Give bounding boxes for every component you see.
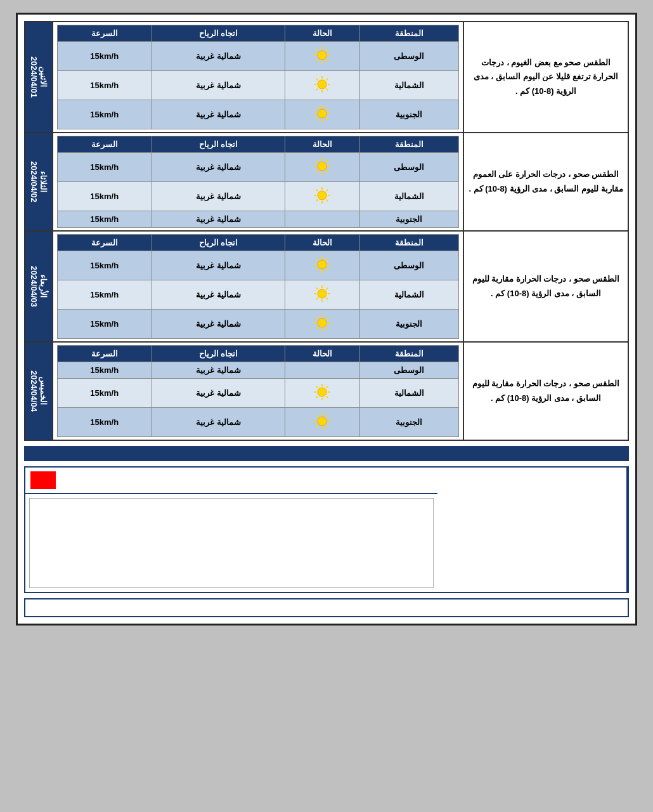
region-row-0-1: الشمالية شمالية غربية15km/h [58, 71, 459, 100]
svg-line-62 [326, 288, 328, 290]
day-description-1: الطقس صحو ، درجات الحرارة على العموم مقا… [463, 133, 628, 231]
region-cell: الشمالية [359, 379, 458, 408]
svg-line-38 [326, 199, 328, 201]
svg-line-4 [316, 59, 318, 61]
sub-table-cell-1: المنطقةالحالةاتجاه الرياحالسرعةالوسطى شم… [53, 133, 463, 231]
svg-line-51 [316, 259, 318, 261]
region-cell: الجنوبية [359, 211, 458, 228]
svg-line-83 [326, 425, 328, 427]
svg-point-0 [318, 51, 326, 60]
svg-line-29 [326, 170, 328, 172]
region-row-3-0: الوسطىشمالية غربية15km/h [58, 362, 459, 379]
footer-right-panel [25, 468, 437, 592]
condition-cell [285, 182, 360, 211]
condition-cell [285, 153, 360, 182]
svg-line-85 [316, 425, 318, 427]
svg-line-58 [316, 298, 318, 299]
svg-line-44 [326, 190, 328, 192]
region-cell: الشمالية [359, 71, 458, 100]
speed-cell: 15km/h [58, 153, 152, 182]
red-box [30, 471, 56, 489]
col-header-0: المنطقة [359, 346, 458, 362]
col-header-2: اتجاه الرياح [152, 235, 285, 251]
condition-cell [285, 280, 360, 310]
svg-line-80 [326, 386, 328, 388]
wind-dir-cell: شمالية غربية [152, 211, 285, 228]
date-cell-1: الثلاثاء2024/04/02 [25, 133, 53, 231]
svg-line-8 [326, 49, 328, 51]
speed-cell: 15km/h [58, 362, 152, 379]
wind-dir-cell: شمالية غربية [152, 182, 285, 211]
condition-cell [285, 71, 360, 100]
svg-point-45 [318, 260, 326, 269]
region-row-2-0: الوسطى شمالية غربية15km/h [58, 251, 459, 280]
wind-dir-cell: شمالية غربية [152, 100, 285, 129]
wind-dir-cell: شمالية غربية [152, 153, 285, 182]
footer-right-bottom [29, 498, 434, 588]
region-cell: الوسطى [359, 362, 458, 379]
wind-dir-cell: شمالية غربية [152, 71, 285, 100]
condition-cell [285, 362, 360, 379]
speed-cell: 15km/h [58, 408, 152, 437]
date-cell-0: الاثنين2024/04/01 [25, 22, 53, 133]
col-header-1: الحالة [285, 25, 360, 42]
speed-cell: 15km/h [58, 100, 152, 129]
day-row-0: الطقس صحو مع بعض الغيوم ، درجات الحرارة … [25, 22, 628, 133]
svg-line-31 [316, 170, 318, 172]
wind-dir-cell: شمالية غربية [152, 42, 285, 71]
svg-line-89 [326, 416, 328, 417]
col-header-1: الحالة [285, 136, 360, 153]
svg-line-35 [326, 160, 328, 162]
svg-line-49 [316, 268, 318, 270]
svg-point-54 [318, 289, 326, 298]
sub-table-cell-2: المنطقةالحالةاتجاه الرياحالسرعةالوسطى شم… [53, 231, 463, 342]
col-header-1: الحالة [285, 346, 360, 362]
col-header-3: السرعة [58, 136, 152, 153]
footer-bottom-bar [24, 598, 629, 617]
day-description-0: الطقس صحو مع بعض الغيوم ، درجات الحرارة … [463, 22, 628, 133]
col-header-3: السرعة [58, 25, 152, 42]
svg-point-81 [318, 417, 326, 426]
region-row-1-1: الشمالية شمالية غربية15km/h [58, 182, 459, 211]
region-cell: الوسطى [359, 251, 458, 280]
speed-cell: 15km/h [58, 42, 152, 71]
condition-cell [285, 211, 360, 228]
col-header-0: المنطقة [359, 136, 458, 153]
region-cell: الشمالية [359, 280, 458, 310]
region-row-0-0: الوسطى شمالية غربية15km/h [58, 42, 459, 71]
region-cell: الجنوبية [359, 310, 458, 339]
svg-line-15 [316, 79, 318, 81]
col-header-2: اتجاه الرياح [152, 25, 285, 42]
speed-cell: 15km/h [58, 310, 152, 339]
svg-line-78 [316, 386, 318, 388]
svg-line-20 [326, 117, 328, 119]
svg-point-36 [318, 191, 326, 200]
svg-line-42 [316, 190, 318, 192]
svg-line-2 [326, 59, 328, 61]
region-row-0-2: الجنوبية شمالية غربية15km/h [58, 100, 459, 129]
region-row-3-1: الشمالية شمالية غربية15km/h [58, 379, 459, 408]
speed-cell: 15km/h [58, 280, 152, 310]
region-cell: الوسطى [359, 42, 458, 71]
svg-point-27 [318, 162, 326, 171]
wind-dir-cell: شمالية غربية [152, 310, 285, 339]
weather-table: الطقس صحو مع بعض الغيوم ، درجات الحرارة … [24, 21, 629, 441]
svg-line-56 [326, 298, 328, 299]
condition-cell [285, 310, 360, 339]
region-cell: الشمالية [359, 182, 458, 211]
day-description-3: الطقس صحو ، درجات الحرارة مقاربة لليوم ا… [463, 342, 628, 440]
svg-line-71 [326, 317, 328, 319]
svg-point-63 [318, 318, 326, 327]
region-row-1-2: الجنوبيةشمالية غربية15km/h [58, 211, 459, 228]
speed-cell: 15km/h [58, 211, 152, 228]
condition-cell [285, 251, 360, 280]
day-row-2: الطقس صحو ، درجات الحرارة مقاربة لليوم ا… [25, 231, 628, 342]
svg-line-87 [316, 416, 318, 417]
wind-dir-cell: شمالية غربية [152, 362, 285, 379]
svg-line-11 [326, 88, 328, 90]
speed-cell: 15km/h [58, 71, 152, 100]
col-header-3: السرعة [58, 346, 152, 362]
svg-line-67 [316, 327, 318, 329]
day-row-3: الطقس صحو ، درجات الحرارة مقاربة لليوم ا… [25, 342, 628, 440]
day-row-1: الطقس صحو ، درجات الحرارة على العموم مقا… [25, 133, 628, 231]
